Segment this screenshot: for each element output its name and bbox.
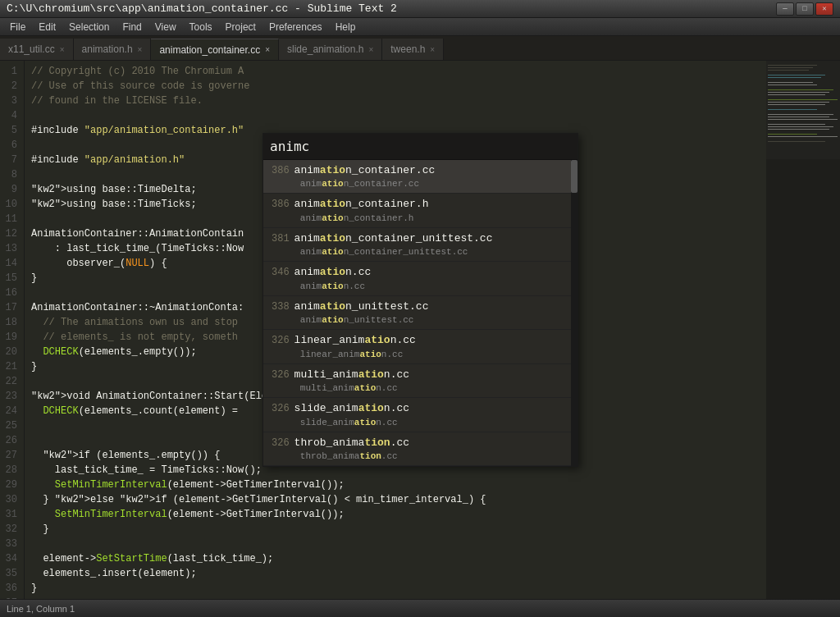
autocomplete-item[interactable]: 338 animation_unittest.cc animation_unit…	[263, 296, 578, 330]
minimize-button[interactable]: ─	[776, 2, 794, 16]
autocomplete-item[interactable]: 326 multi_animation.cc multi_animation.c…	[263, 364, 578, 398]
autocomplete-item[interactable]: 386 animation_container.cc animation_con…	[263, 160, 578, 194]
tab-close-x11[interactable]: ×	[60, 45, 65, 54]
menu-file[interactable]: File	[3, 20, 32, 34]
search-input-area	[263, 134, 578, 160]
maximize-button[interactable]: □	[796, 2, 814, 16]
autocomplete-item[interactable]: 326 slide_animation.cc slide_animation.c…	[263, 398, 578, 432]
main-area: 1234567891011121314151617181920212223242…	[0, 61, 840, 599]
tab-close-anim-h[interactable]: ×	[138, 45, 143, 54]
status-bar: Line 1, Column 1	[0, 599, 840, 617]
title-bar: C:\U\chromium\src\app\animation_containe…	[0, 0, 840, 18]
menu-edit[interactable]: Edit	[32, 20, 62, 34]
autocomplete-item[interactable]: 346 animation.cc animation.cc	[263, 262, 578, 295]
menu-help[interactable]: Help	[329, 20, 363, 34]
autocomplete-item[interactable]: 381 animation_container_unittest.cc anim…	[263, 228, 578, 262]
tab-x11-util[interactable]: x11_util.cc ×	[0, 39, 74, 60]
line-numbers: 1234567891011121314151617181920212223242…	[0, 61, 25, 599]
svg-rect-23	[766, 61, 840, 159]
tab-close-tween[interactable]: ×	[430, 45, 435, 54]
window-controls: ─ □ ✕	[776, 2, 833, 16]
menu-preferences[interactable]: Preferences	[262, 20, 329, 34]
tab-animation-container-cc[interactable]: animation_container.cc ×	[151, 39, 279, 60]
tab-close-anim-cc[interactable]: ×	[265, 45, 270, 54]
autocomplete-item[interactable]: 326 linear_animation.cc linear_animation…	[263, 330, 578, 363]
minimap-content	[766, 61, 840, 599]
autocomplete-item[interactable]: 326 throb_animation.cc throb_animation.c…	[263, 432, 578, 466]
menu-view[interactable]: View	[148, 20, 183, 34]
close-button[interactable]: ✕	[815, 2, 833, 16]
autocomplete-item[interactable]: 386 animation_container.h animation_cont…	[263, 194, 578, 227]
tab-tween-h[interactable]: tween.h ×	[382, 39, 444, 60]
tab-animation-h[interactable]: animation.h ×	[74, 39, 152, 60]
search-input[interactable]	[270, 139, 571, 154]
code-editor[interactable]: 1234567891011121314151617181920212223242…	[0, 61, 766, 599]
menu-bar: File Edit Selection Find View Tools Proj…	[0, 18, 840, 36]
autocomplete-dropdown: 386 animation_container.cc animation_con…	[262, 133, 578, 467]
menu-tools[interactable]: Tools	[183, 20, 219, 34]
tab-slide-animation-h[interactable]: slide_animation.h ×	[279, 39, 382, 60]
minimap	[766, 61, 840, 599]
menu-find[interactable]: Find	[116, 20, 148, 34]
menu-project[interactable]: Project	[219, 20, 262, 34]
cursor-position: Line 1, Column 1	[7, 604, 75, 614]
autocomplete-list: 386 animation_container.cc animation_con…	[263, 160, 578, 466]
tab-close-slide[interactable]: ×	[368, 45, 373, 54]
autocomplete-scrollbar[interactable]	[571, 160, 578, 466]
menu-selection[interactable]: Selection	[62, 20, 116, 34]
title-text: C:\U\chromium\src\app\animation_containe…	[7, 2, 397, 15]
tab-bar: x11_util.cc × animation.h × animation_co…	[0, 36, 840, 61]
